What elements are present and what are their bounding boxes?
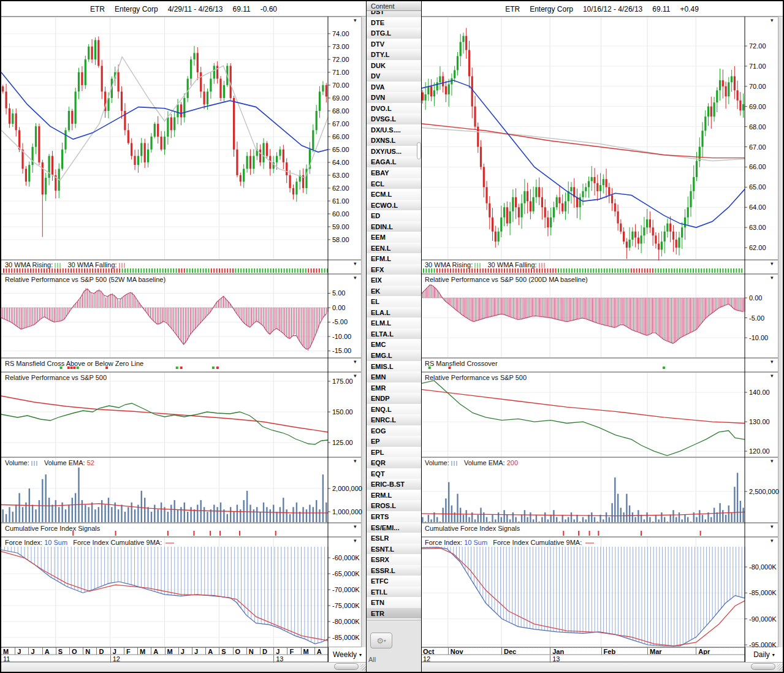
ticker-item[interactable]: DX/U.S.... [366, 124, 421, 135]
list-scrollbar-thumb[interactable] [417, 142, 421, 159]
right-hscroll-thumb[interactable] [751, 663, 775, 670]
right-horizontal-scrollbar[interactable] [421, 662, 783, 672]
panel-dropdown-icon[interactable]: ▾ [354, 524, 357, 529]
panel-dropdown-icon[interactable]: ▾ [354, 275, 357, 280]
month-cell: A [151, 647, 164, 655]
ticker-item[interactable]: DV [366, 70, 421, 82]
panel-dropdown-icon[interactable]: ▾ [771, 261, 774, 266]
panel-dropdown-icon[interactable]: ▾ [354, 359, 357, 364]
ticker-item[interactable]: ENDP [366, 393, 421, 404]
ticker-item[interactable]: EOG [366, 425, 421, 436]
ticker-item[interactable]: DTE [366, 17, 421, 28]
ticker-item[interactable]: ECL [366, 178, 421, 189]
resize-grip-icon[interactable] [777, 664, 783, 671]
right-panel-vertical-scrollbar[interactable] [778, 17, 783, 647]
ticker-item[interactable]: ERM.L [366, 490, 421, 501]
panel-dropdown-icon[interactable]: ▾ [771, 275, 774, 280]
ticker-item[interactable]: DXY/US... [366, 146, 421, 157]
volume-label: Volume: [425, 459, 449, 466]
ticker-item[interactable]: ESSR.L [366, 565, 421, 576]
panel-dropdown-icon[interactable]: ▾ [771, 458, 774, 463]
ticker-item[interactable]: DTG.L [366, 28, 421, 39]
resize-grip-icon[interactable] [360, 664, 366, 671]
ticker-item[interactable]: EP [366, 436, 421, 447]
panel-dropdown-icon[interactable]: ▾ [354, 538, 357, 543]
axis-label: 74.00 [332, 30, 349, 37]
ticker-item[interactable]: EEM [366, 232, 421, 243]
ticker-item[interactable]: ESLR [366, 533, 421, 544]
ticker-item[interactable]: EROS.L [366, 500, 421, 511]
ticker-item[interactable]: ELTA.L [366, 329, 421, 340]
panel-dropdown-icon[interactable]: ▾ [771, 359, 774, 364]
ticker-item[interactable]: EDIN.L [366, 221, 421, 232]
ticker-item[interactable]: ELA.L [366, 307, 421, 318]
ticker-item[interactable]: EAGA.L [366, 156, 421, 167]
ticker-item[interactable]: ES/EMI... [366, 522, 421, 533]
ticker-item[interactable]: ETN [366, 597, 421, 608]
timeframe-selector[interactable]: Daily ▾ [745, 647, 783, 662]
timeframe-selector[interactable]: Weekly ▾ [328, 647, 366, 662]
ticker-item[interactable]: ESRX [366, 554, 421, 565]
ticker-item[interactable]: DXNS.L [366, 135, 421, 146]
ticker-item[interactable]: EMIS.L [366, 361, 421, 372]
ticker-item[interactable]: EFM.L [366, 253, 421, 264]
left-horizontal-scrollbar[interactable] [1, 662, 366, 672]
ticker-item[interactable]: EFX [366, 264, 421, 275]
ticker-item[interactable]: ECM.L [366, 189, 421, 200]
ticker-item[interactable]: ESNT.L [366, 544, 421, 555]
ticker-item[interactable]: EQT [366, 468, 421, 479]
content-column-header[interactable]: Content [366, 1, 421, 11]
ticker-list[interactable]: DSTDTEDTG.LDTVDTY.LDUKDVDVADVNDVO.LDVSG.… [366, 11, 421, 620]
left-panel-vertical-scrollbar[interactable] [361, 17, 366, 647]
ticker-item[interactable]: DUK [366, 60, 421, 71]
ticker-item[interactable]: EIX [366, 275, 421, 286]
ticker-item[interactable]: DTY.L [366, 49, 421, 60]
ticker-item[interactable]: ENQ.L [366, 404, 421, 415]
month-cell: D [96, 647, 110, 655]
force-signal-tick [210, 531, 211, 536]
ticker-item[interactable]: ETR [366, 608, 421, 619]
axis-label: 67.00 [332, 120, 349, 127]
ticker-item[interactable]: DTV [366, 39, 421, 50]
ticker-item[interactable]: DVA [366, 82, 421, 93]
volume-ema-label: Volume EMA: [44, 459, 85, 466]
ticker-item[interactable]: EL [366, 296, 421, 307]
ticker-item[interactable]: EMR [366, 382, 421, 394]
ticker-item[interactable]: DVO.L [366, 103, 421, 114]
panel-dropdown-icon[interactable]: ▾ [771, 538, 774, 543]
gear-menu-button[interactable]: ⚙▾ [370, 633, 392, 648]
ticker-item[interactable]: ENRC.L [366, 414, 421, 425]
panel-dropdown-icon[interactable]: ▾ [771, 373, 774, 378]
ticker-item[interactable]: EEN.L [366, 243, 421, 254]
panel-dropdown-icon[interactable]: ▾ [354, 18, 357, 23]
month-cell: A [314, 647, 328, 655]
ticker-item[interactable]: ETFC [366, 576, 421, 587]
ticker-item[interactable]: ERTS [366, 511, 421, 522]
ticker-item[interactable]: EMN [366, 371, 421, 382]
panel-dropdown-icon[interactable]: ▾ [771, 524, 774, 529]
axis-label: 70.00 [332, 82, 349, 89]
ticker-item[interactable]: DVSG.L [366, 113, 421, 124]
ticker-item[interactable]: EBAY [366, 167, 421, 178]
ticker-item[interactable]: EK [366, 286, 421, 297]
panel-dropdown-icon[interactable]: ▾ [771, 18, 774, 23]
ticker-item[interactable]: DST [366, 11, 421, 17]
panel-dropdown-icon[interactable]: ▾ [354, 261, 357, 266]
left-hscroll-thumb[interactable] [334, 663, 359, 670]
ticker-item[interactable]: ED [366, 210, 421, 221]
wma-rising-label: 30 WMA Rising: [425, 261, 473, 268]
ticker-item[interactable]: ERIC-B.ST [366, 479, 421, 490]
ticker-item[interactable]: EPL [366, 447, 421, 458]
ticker-item[interactable]: EQR [366, 457, 421, 468]
force-signal-tick [239, 531, 240, 536]
ticker-item[interactable]: ECWO.L [366, 200, 421, 211]
ticker-item[interactable]: EMC [366, 339, 421, 350]
ticker-item[interactable]: DVN [366, 92, 421, 103]
panel-dropdown-icon[interactable]: ▾ [354, 373, 357, 378]
axis-label: 150.00 [332, 408, 353, 416]
ticker-item[interactable]: ETI.L [366, 587, 421, 598]
force-index-bars [421, 547, 745, 646]
ticker-item[interactable]: EMG.L [366, 350, 421, 361]
ticker-item[interactable]: ELM.L [366, 317, 421, 329]
panel-dropdown-icon[interactable]: ▾ [354, 458, 357, 463]
